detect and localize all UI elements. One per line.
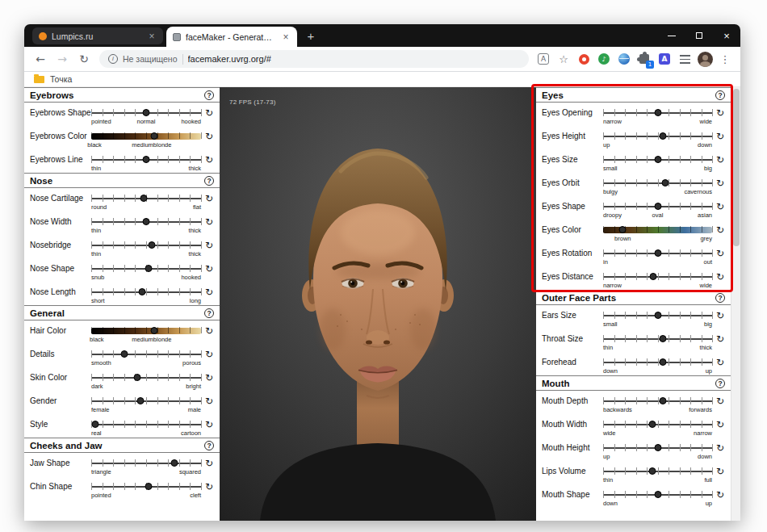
throat-size-slider-thumb[interactable] <box>660 335 667 342</box>
maximize-button[interactable] <box>685 24 713 47</box>
tab-close-icon[interactable]: × <box>281 31 291 43</box>
style-slider[interactable] <box>91 418 201 429</box>
bookmark-star-icon[interactable]: ☆ <box>555 48 572 69</box>
help-icon[interactable]: ? <box>204 90 214 100</box>
eyebrows-line-slider-thumb[interactable] <box>143 156 150 163</box>
chin-shape-slider[interactable] <box>91 480 201 492</box>
minimize-button[interactable] <box>658 24 685 47</box>
reset-eyebrows-shape-icon[interactable]: ↻ <box>203 104 216 118</box>
reset-mouth-height-icon[interactable]: ↻ <box>714 439 727 453</box>
eyes-distance-slider[interactable] <box>603 270 712 282</box>
eyes-size-slider[interactable] <box>603 153 712 165</box>
reset-eyes-distance-icon[interactable]: ↻ <box>714 268 727 282</box>
reset-style-icon[interactable]: ↻ <box>203 416 216 429</box>
eyes-rotation-slider-thumb[interactable] <box>654 249 661 257</box>
reset-eyebrows-color-icon[interactable]: ↻ <box>203 128 216 141</box>
reset-chin-shape-icon[interactable]: ↻ <box>203 478 216 492</box>
nosebridge-slider-thumb[interactable] <box>148 241 155 249</box>
info-icon[interactable]: i <box>108 54 118 64</box>
details-slider[interactable] <box>91 348 201 359</box>
nose-length-slider[interactable] <box>91 286 201 297</box>
reset-details-icon[interactable]: ↻ <box>203 346 216 359</box>
mouth-width-slider[interactable] <box>603 418 712 429</box>
nosebridge-slider[interactable] <box>91 239 201 250</box>
reset-ears-size-icon[interactable]: ↻ <box>714 307 727 320</box>
chin-shape-slider-thumb[interactable] <box>145 483 152 490</box>
style-slider-thumb[interactable] <box>92 421 99 428</box>
reset-eyebrows-line-icon[interactable]: ↻ <box>203 151 216 165</box>
hair-color-slider[interactable] <box>91 325 201 336</box>
mouth-shape-slider-thumb[interactable] <box>654 491 661 498</box>
reset-eyes-height-icon[interactable]: ↻ <box>714 128 727 141</box>
nose-shape-slider[interactable] <box>91 262 201 274</box>
eyes-shape-slider-thumb[interactable] <box>654 203 661 210</box>
help-icon[interactable]: ? <box>204 176 214 186</box>
eyes-distance-slider-thumb[interactable] <box>650 273 657 280</box>
reset-nose-width-icon[interactable]: ↻ <box>203 213 216 227</box>
hair-color-slider-thumb[interactable] <box>150 327 157 334</box>
back-button[interactable]: ← <box>31 49 50 69</box>
reset-lips-volume-icon[interactable]: ↻ <box>714 463 727 476</box>
music-extension-icon[interactable]: ♪ <box>595 48 613 69</box>
reset-mouth-shape-icon[interactable]: ↻ <box>714 486 727 500</box>
eyebrows-line-slider[interactable] <box>91 153 201 165</box>
eyes-orbit-slider[interactable] <box>603 177 712 188</box>
nose-length-slider-thumb[interactable] <box>138 288 145 295</box>
scrollbar-thumb[interactable] <box>733 89 740 246</box>
reset-hair-color-icon[interactable]: ↻ <box>203 322 216 336</box>
translator-extension-icon[interactable]: A <box>656 48 673 69</box>
eyebrows-color-slider-thumb[interactable] <box>150 132 157 140</box>
reset-throat-size-icon[interactable]: ↻ <box>714 330 727 344</box>
forehead-slider-thumb[interactable] <box>660 358 667 366</box>
mouth-depth-slider[interactable] <box>603 395 712 406</box>
jaw-shape-slider-thumb[interactable] <box>171 459 178 467</box>
jaw-shape-slider[interactable] <box>91 457 201 468</box>
nose-width-slider[interactable] <box>91 216 201 227</box>
throat-size-slider[interactable] <box>603 333 712 344</box>
mouth-depth-slider-thumb[interactable] <box>660 397 667 404</box>
menu-kebab-icon[interactable]: ⋮ <box>716 48 734 69</box>
lips-volume-slider[interactable] <box>603 465 712 476</box>
vpn-globe-extension-icon[interactable] <box>615 48 633 69</box>
help-icon[interactable]: ? <box>204 441 214 450</box>
reset-jaw-shape-icon[interactable]: ↻ <box>203 455 216 468</box>
viewport-3d[interactable]: 72 FPS (17-73) <box>220 87 536 521</box>
tab-facemaker[interactable]: faceMaker - Generate your favou × <box>166 27 297 47</box>
help-icon[interactable]: ? <box>715 293 725 303</box>
reset-skin-color-icon[interactable]: ↻ <box>203 369 216 383</box>
reset-eyes-opening-icon[interactable]: ↻ <box>714 104 727 118</box>
nose-cartilage-slider[interactable] <box>91 192 201 203</box>
eyes-opening-slider-thumb[interactable] <box>654 109 661 116</box>
eyes-color-slider[interactable] <box>603 224 712 235</box>
reset-nose-length-icon[interactable]: ↻ <box>203 283 216 297</box>
mouth-width-slider-thumb[interactable] <box>648 421 656 428</box>
eyes-shape-slider[interactable] <box>603 200 712 212</box>
reset-eyes-color-icon[interactable]: ↻ <box>714 221 727 235</box>
eyes-orbit-slider-thumb[interactable] <box>661 179 669 186</box>
eyebrows-shape-slider[interactable] <box>91 107 201 118</box>
ears-size-slider[interactable] <box>603 309 712 320</box>
eyebrows-shape-slider-thumb[interactable] <box>143 109 150 116</box>
mouth-height-slider[interactable] <box>603 442 712 453</box>
mouth-height-slider-thumb[interactable] <box>654 444 661 451</box>
reset-eyes-shape-icon[interactable]: ↻ <box>714 198 727 212</box>
reset-nose-shape-icon[interactable]: ↻ <box>203 260 216 274</box>
reset-eyes-orbit-icon[interactable]: ↻ <box>714 174 727 188</box>
skin-color-slider[interactable] <box>91 371 201 383</box>
reset-mouth-depth-icon[interactable]: ↻ <box>714 392 727 406</box>
reset-gender-icon[interactable]: ↻ <box>203 392 216 406</box>
help-icon[interactable]: ? <box>715 90 725 100</box>
nose-shape-slider-thumb[interactable] <box>145 265 152 272</box>
forward-button[interactable]: → <box>52 49 72 69</box>
ears-size-slider-thumb[interactable] <box>654 312 661 319</box>
eyes-opening-slider[interactable] <box>603 107 712 118</box>
new-tab-button[interactable]: + <box>304 29 318 43</box>
reset-eyes-size-icon[interactable]: ↻ <box>714 151 727 165</box>
bookmark-tochka[interactable]: Точка <box>50 74 72 84</box>
tab-lumpics[interactable]: Lumpics.ru × <box>32 27 163 44</box>
mouth-shape-slider[interactable] <box>603 488 712 500</box>
help-icon[interactable]: ? <box>204 308 214 318</box>
reset-forehead-icon[interactable]: ↻ <box>714 354 727 367</box>
eyes-height-slider[interactable] <box>603 130 712 141</box>
extensions-puzzle-icon[interactable]: 1 <box>635 48 653 69</box>
